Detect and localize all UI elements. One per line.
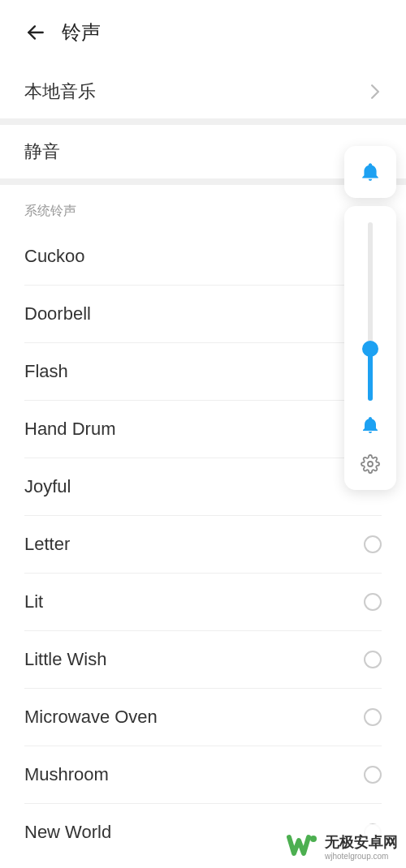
radio-button[interactable] [364,708,382,726]
watermark-text: 无极安卓网 wjhotelgroup.com [325,832,398,861]
ringtone-item[interactable]: Joyful [24,458,382,516]
ringtone-label: Doorbell [24,303,91,324]
volume-slider-card [344,206,396,490]
watermark-logo-icon [286,829,320,863]
radio-button[interactable] [364,535,382,553]
radio-button[interactable] [364,651,382,668]
ringtone-item[interactable]: Hand Drum [24,401,382,458]
volume-fill [368,352,373,401]
ringtone-label: Microwave Oven [24,707,158,728]
ringtone-label: Flash [24,361,68,382]
volume-settings-button[interactable] [361,454,380,477]
ringtone-item[interactable]: Microwave Oven [24,689,382,746]
ringtone-label: Hand Drum [24,419,115,440]
ringtone-label: Lit [24,591,43,612]
ringtone-item[interactable]: Lit [24,574,382,631]
ringtone-item[interactable]: Cuckoo [24,228,382,286]
chevron-right-icon [369,85,382,98]
ringtone-label: Joyful [24,476,71,497]
volume-mode-button[interactable] [344,146,396,198]
watermark-main: 无极安卓网 [325,832,398,852]
ringtone-item[interactable]: Flash [24,343,382,401]
local-music-label: 本地音乐 [24,79,96,104]
bell-icon [361,415,380,435]
ringtone-item[interactable]: Little Wish [24,631,382,689]
header: 铃声 [0,0,406,65]
svg-point-2 [310,836,317,842]
arrow-left-icon [25,22,46,43]
volume-panel [344,146,396,490]
ringtone-item[interactable]: Letter [24,516,382,574]
ringtone-label: New World [24,822,111,843]
volume-slider[interactable] [368,222,373,401]
back-button[interactable] [24,21,47,44]
watermark: 无极安卓网 wjhotelgroup.com [278,824,406,868]
silent-label: 静音 [24,140,60,164]
ringtone-item[interactable]: Mushroom [24,746,382,804]
watermark-sub: wjhotelgroup.com [325,852,398,861]
gear-icon [361,454,380,474]
page-title: 铃声 [62,19,101,45]
local-music-item[interactable]: 本地音乐 [0,65,406,118]
bell-icon [360,161,381,183]
ringtone-label: Little Wish [24,649,106,670]
ringtone-label: Letter [24,534,70,555]
ringtone-label: Cuckoo [24,246,85,267]
svg-point-1 [368,462,373,466]
ringtone-label: Mushroom [24,764,109,785]
radio-button[interactable] [364,593,382,611]
volume-type-icon [361,415,380,438]
volume-thumb[interactable] [362,341,378,357]
divider [0,118,406,125]
radio-button[interactable] [364,766,382,784]
ringtone-item[interactable]: Doorbell [24,286,382,343]
